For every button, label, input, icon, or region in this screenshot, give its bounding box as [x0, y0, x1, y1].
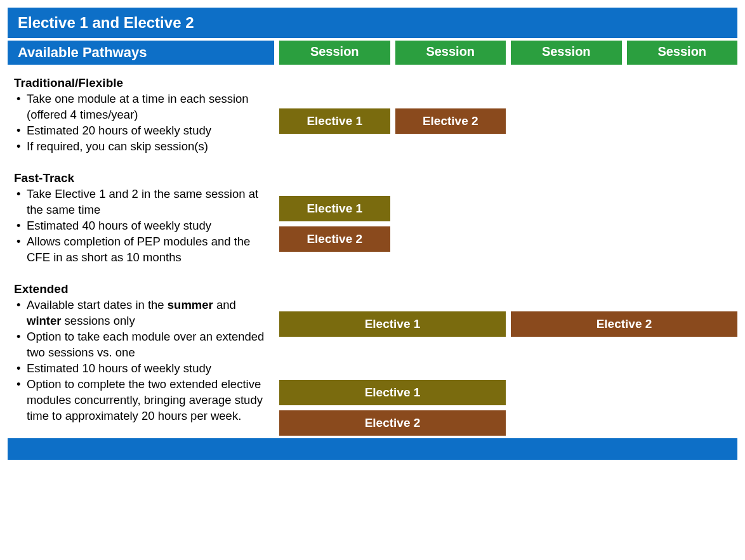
fasttrack-bullet-3: Allows completion of PEP modules and the…	[16, 234, 268, 266]
extended-bullet-4: Option to complete the two extended elec…	[16, 377, 268, 424]
extended-b1-summer: summer	[168, 298, 213, 311]
traditional-bullets: Take one module at a time in each sessio…	[14, 91, 268, 155]
extended-title: Extended	[14, 282, 268, 296]
traditional-row: Traditional/Flexible Take one module at …	[8, 65, 737, 166]
extended-seq-elective-2: Elective 2	[511, 311, 737, 337]
extended-b1-post: sessions only	[61, 314, 135, 327]
session-header-3: Session	[511, 41, 622, 65]
traditional-elective-1: Elective 1	[279, 108, 390, 134]
fasttrack-row: Fast-Track Take Elective 1 and 2 in the …	[8, 166, 737, 277]
traditional-sessions: Elective 1 Elective 2	[279, 76, 737, 166]
extended-conc-elective-1: Elective 1	[279, 380, 506, 405]
header-row: Available Pathways Session Session Sessi…	[8, 41, 737, 65]
traditional-description: Traditional/Flexible Take one module at …	[8, 76, 274, 166]
traditional-title: Traditional/Flexible	[14, 76, 268, 90]
traditional-bullet-1: Take one module at a time in each sessio…	[16, 91, 268, 123]
available-pathways-header: Available Pathways	[8, 41, 274, 65]
bottom-bar	[8, 438, 737, 460]
fasttrack-elective-2: Elective 2	[279, 226, 390, 252]
extended-b1-mid: and	[213, 298, 236, 311]
extended-bullet-1: Available start dates in the summer and …	[16, 297, 268, 329]
fasttrack-sessions: Elective 1 Elective 2	[279, 171, 737, 277]
fasttrack-bullets: Take Elective 1 and 2 in the same sessio…	[14, 186, 268, 266]
extended-description: Extended Available start dates in the su…	[8, 282, 274, 436]
session-header-2: Session	[395, 41, 506, 65]
extended-seq-elective-1: Elective 1	[279, 311, 506, 337]
traditional-elective-2: Elective 2	[395, 108, 506, 134]
fasttrack-bullet-1: Take Elective 1 and 2 in the same sessio…	[16, 186, 268, 218]
traditional-bullet-2: Estimated 20 hours of weekly study	[16, 123, 268, 139]
extended-bullets: Available start dates in the summer and …	[14, 297, 268, 424]
pathways-diagram: Elective 1 and Elective 2 Available Path…	[8, 8, 737, 460]
extended-bullet-2: Option to take each module over an exten…	[16, 329, 268, 361]
extended-row: Extended Available start dates in the su…	[8, 277, 737, 436]
extended-conc-elective-2: Elective 2	[279, 410, 506, 436]
fasttrack-title: Fast-Track	[14, 171, 268, 185]
fasttrack-description: Fast-Track Take Elective 1 and 2 in the …	[8, 171, 274, 277]
session-header-4: Session	[627, 41, 738, 65]
title-bar: Elective 1 and Elective 2	[8, 8, 737, 41]
traditional-bullet-3: If required, you can skip session(s)	[16, 139, 268, 155]
fasttrack-elective-1: Elective 1	[279, 196, 390, 221]
extended-b1-winter: winter	[27, 314, 61, 327]
extended-sessions: Elective 1 Elective 2 Elective 1 Electiv…	[279, 282, 737, 436]
fasttrack-bullet-2: Estimated 40 hours of weekly study	[16, 218, 268, 234]
extended-b1-pre: Available start dates in the	[27, 298, 168, 311]
extended-bullet-3: Estimated 10 hours of weekly study	[16, 361, 268, 377]
session-header-1: Session	[279, 41, 390, 65]
